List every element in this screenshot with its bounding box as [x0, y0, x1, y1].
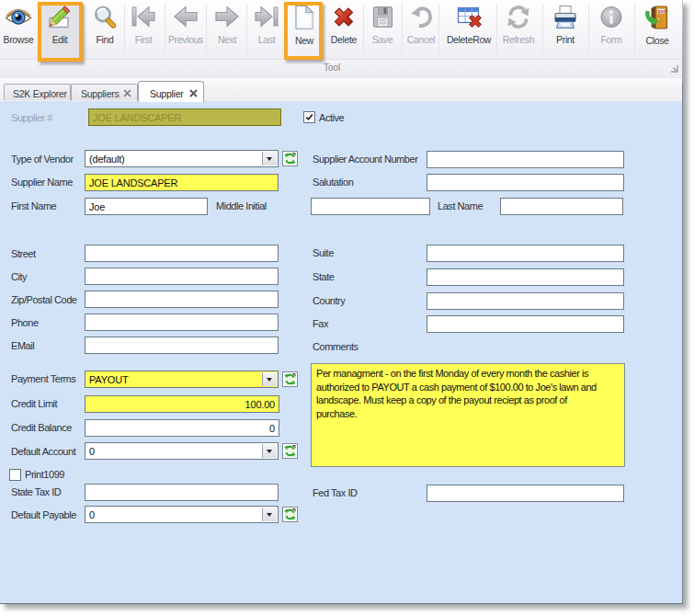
svg-text:EXIT: EXIT	[658, 9, 667, 14]
